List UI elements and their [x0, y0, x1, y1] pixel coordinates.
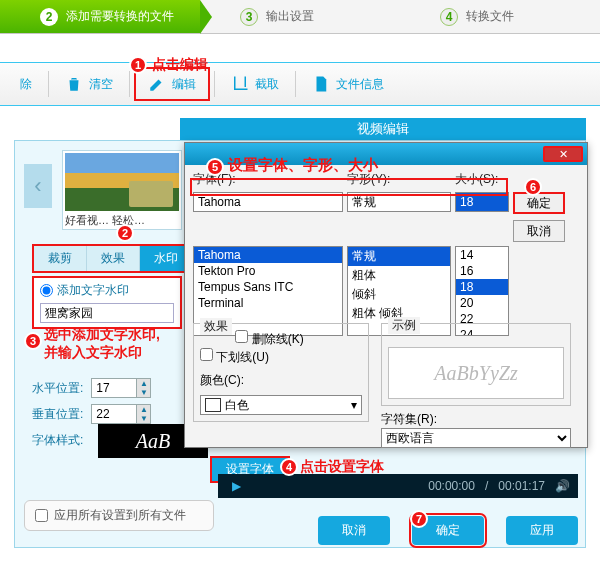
color-label: 颜色(C): — [200, 372, 362, 389]
cancel-button[interactable]: 取消 — [318, 516, 390, 545]
annotation-badge-7: 7 — [410, 510, 428, 528]
separator — [129, 71, 130, 97]
list-item[interactable]: 倾斜 — [348, 285, 450, 304]
close-icon[interactable]: ✕ — [543, 146, 583, 162]
apply-all-checkbox[interactable]: 应用所有设置到所有文件 — [24, 500, 214, 531]
dialog-buttons: 取消 确定 应用 — [318, 516, 578, 545]
style-input[interactable] — [347, 192, 451, 212]
annotation-badge-5: 5 — [206, 158, 224, 176]
size-input[interactable] — [455, 192, 509, 212]
separator — [48, 71, 49, 97]
thumbnail-image — [65, 153, 179, 211]
vpos-input[interactable] — [92, 405, 136, 423]
font-input[interactable] — [193, 192, 343, 212]
step-label: 转换文件 — [466, 8, 514, 25]
annotation-badge-2: 2 — [116, 224, 134, 242]
annotation-badge-6: 6 — [524, 178, 542, 196]
step-output[interactable]: 3 输出设置 — [200, 0, 400, 33]
step-number: 4 — [440, 8, 458, 26]
spin-down-icon[interactable]: ▼ — [136, 388, 150, 397]
list-item[interactable]: 18 — [456, 279, 508, 295]
vpos-label: 垂直位置: — [32, 406, 83, 423]
list-item[interactable]: 常规 — [348, 247, 450, 266]
delete-button[interactable]: 除 — [8, 70, 44, 99]
list-item[interactable]: 14 — [456, 247, 508, 263]
time-current: 00:00:00 — [428, 479, 475, 493]
list-item[interactable]: Tempus Sans ITC — [194, 279, 342, 295]
watermark-radio-label[interactable]: 添加文字水印 — [40, 282, 174, 299]
watermark-radio[interactable] — [40, 284, 53, 297]
step-label: 输出设置 — [266, 8, 314, 25]
tab-effect[interactable]: 效果 — [87, 246, 140, 271]
step-convert[interactable]: 4 转换文件 — [400, 0, 600, 33]
spin-up-icon[interactable]: ▲ — [136, 405, 150, 414]
video-thumbnail[interactable]: 好看视… 轻松… — [62, 150, 182, 230]
font-ok-button[interactable]: 确定 — [513, 192, 565, 214]
crop-button[interactable]: 截取 — [219, 69, 291, 99]
apply-button[interactable]: 应用 — [506, 516, 578, 545]
chevron-left-icon[interactable]: ‹ — [24, 164, 52, 208]
step-number: 2 — [40, 8, 58, 26]
step-add-files[interactable]: 2 添加需要转换的文件 — [0, 0, 200, 33]
trash-icon — [65, 75, 83, 93]
color-combo[interactable]: 白色 ▾ — [200, 395, 362, 415]
list-item[interactable]: Tekton Pro — [194, 263, 342, 279]
play-icon[interactable]: ▶ — [232, 479, 241, 493]
crop-icon — [231, 75, 249, 93]
fileinfo-button[interactable]: 文件信息 — [300, 69, 396, 99]
clear-button[interactable]: 清空 — [53, 69, 125, 99]
list-item[interactable]: 20 — [456, 295, 508, 311]
script-select[interactable]: 西欧语言 — [381, 428, 571, 448]
annotation-badge-4: 4 — [280, 458, 298, 476]
annotation-text-4: 点击设置字体 — [300, 458, 384, 476]
spin-down-icon[interactable]: ▼ — [136, 414, 150, 423]
list-item[interactable]: Terminal — [194, 295, 342, 311]
vpos-spinner[interactable]: ▲▼ — [91, 404, 151, 424]
sample-text: AaBbYyZz — [388, 347, 564, 399]
underline-checkbox[interactable]: 下划线(U) — [200, 350, 269, 364]
chevron-down-icon: ▾ — [351, 398, 357, 412]
separator — [214, 71, 215, 97]
watermark-text-input[interactable] — [40, 303, 174, 323]
hpos-label: 水平位置: — [32, 380, 83, 397]
list-item[interactable]: 粗体 — [348, 266, 450, 285]
color-swatch-icon — [205, 398, 221, 412]
annotation-text-5: 设置字体、字形、大小 — [228, 156, 378, 175]
pencil-icon — [148, 75, 166, 93]
sample-legend: 示例 — [388, 317, 420, 334]
annotation-text-1: 点击编辑 — [152, 56, 208, 74]
apply-all-input[interactable] — [35, 509, 48, 522]
font-style-label: 字体样式: — [32, 432, 83, 449]
step-label: 添加需要转换的文件 — [66, 8, 174, 25]
annotation-text-3a: 选中添加文字水印, — [44, 326, 160, 344]
strike-checkbox[interactable]: 删除线(K) — [235, 332, 303, 346]
color-value: 白色 — [225, 397, 249, 414]
annotation-badge-1: 1 — [129, 56, 147, 74]
script-group: 字符集(R): 西欧语言 — [381, 411, 571, 448]
media-bar: ▶ 00:00:00 / 00:01:17 🔊 — [218, 474, 578, 498]
watermark-group: 添加文字水印 — [32, 276, 182, 329]
effect-legend: 效果 — [200, 318, 232, 335]
annotation-text-3b: 并输入文字水印 — [44, 344, 142, 362]
time-total: 00:01:17 — [498, 479, 545, 493]
font-cancel-button[interactable]: 取消 — [513, 220, 565, 242]
time-sep: / — [485, 479, 488, 493]
effect-group: 效果 删除线(K) 下划线(U) 颜色(C): 白色 ▾ — [193, 319, 369, 422]
video-edit-title: 视频编辑 — [180, 118, 586, 140]
annotation-badge-3: 3 — [24, 332, 42, 350]
script-label: 字符集(R): — [381, 411, 571, 428]
list-item[interactable]: Tahoma — [194, 247, 342, 263]
wizard-steps: 2 添加需要转换的文件 3 输出设置 4 转换文件 — [0, 0, 600, 34]
volume-icon[interactable]: 🔊 — [555, 479, 570, 493]
separator — [295, 71, 296, 97]
size-label: 大小(S): — [455, 171, 509, 188]
toolbar: 除 清空 编辑 截取 文件信息 — [0, 62, 600, 106]
hpos-spinner[interactable]: ▲▼ — [91, 378, 151, 398]
tab-crop[interactable]: 裁剪 — [34, 246, 87, 271]
hpos-input[interactable] — [92, 379, 136, 397]
edit-tabs: 裁剪 效果 水印 — [32, 244, 195, 273]
step-number: 3 — [240, 8, 258, 26]
list-item[interactable]: 16 — [456, 263, 508, 279]
sample-group: 示例 AaBbYyZz — [381, 319, 571, 406]
spin-up-icon[interactable]: ▲ — [136, 379, 150, 388]
